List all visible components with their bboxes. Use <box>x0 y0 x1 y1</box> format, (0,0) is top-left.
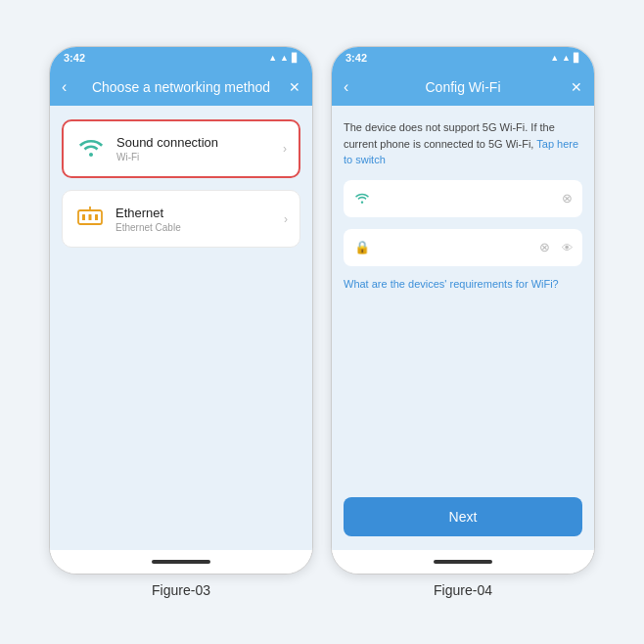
home-indicator-03 <box>50 550 312 574</box>
home-bar-03 <box>152 560 210 564</box>
status-time-03: 3:42 <box>64 52 85 64</box>
password-clear-icon[interactable]: ⊗ <box>539 240 550 254</box>
back-button-04[interactable]: ‹ <box>344 78 348 96</box>
status-icons-03: ▲ ▲ ▊ <box>268 53 299 63</box>
figure-label-04: Figure-04 <box>434 582 492 598</box>
close-button-03[interactable]: ✕ <box>289 79 300 95</box>
ethernet-option-subtitle: Ethernet Cable <box>115 222 274 233</box>
figures-row: 3:42 ▲ ▲ ▊ ‹ Choose a networking method … <box>49 46 595 598</box>
next-button[interactable]: Next <box>344 497 582 536</box>
ethernet-option-title: Ethernet <box>115 206 274 220</box>
header-title-04: Config Wi-Fi <box>425 79 500 95</box>
screen-content-03: Sound connection Wi-Fi › <box>50 106 312 550</box>
ethernet-option-text: Ethernet Ethernet Cable <box>115 206 274 233</box>
wifi-input-row: ⊗ <box>344 180 582 217</box>
wifi-icon <box>75 135 107 162</box>
ethernet-option-card[interactable]: Ethernet Ethernet Cable › <box>62 190 300 248</box>
wifi-option-text: Sound connection Wi-Fi <box>116 135 273 162</box>
lock-icon: 🔒 <box>353 240 371 254</box>
home-indicator-04 <box>332 550 594 574</box>
svg-rect-1 <box>82 214 85 220</box>
wifi-name-input[interactable] <box>379 192 554 206</box>
wifi-requirements-link[interactable]: What are the devices' requirements for W… <box>344 278 582 290</box>
wifi-option-title: Sound connection <box>116 135 273 150</box>
status-bar-03: 3:42 ▲ ▲ ▊ <box>50 47 312 69</box>
ethernet-icon <box>74 205 106 233</box>
ethernet-chevron-icon: › <box>284 212 288 226</box>
password-input-row: 🔒 ⊗ 👁 <box>344 229 582 266</box>
home-bar-04 <box>434 560 492 564</box>
wifi-option-card[interactable]: Sound connection Wi-Fi › <box>62 119 300 178</box>
info-text-main: The device does not support 5G Wi-Fi. If… <box>344 121 555 150</box>
figure-03-wrap: 3:42 ▲ ▲ ▊ ‹ Choose a networking method … <box>49 46 313 598</box>
figure-label-03: Figure-03 <box>152 582 210 598</box>
info-text-04: The device does not support 5G Wi-Fi. If… <box>344 119 582 168</box>
status-bar-04: 3:42 ▲ ▲ ▊ <box>332 47 594 69</box>
figure-04-wrap: 3:42 ▲ ▲ ▊ ‹ Config Wi-Fi ✕ The device d… <box>331 46 595 598</box>
svg-rect-3 <box>95 214 98 220</box>
password-input[interactable] <box>379 241 531 254</box>
status-icons-04: ▲ ▲ ▊ <box>550 53 580 63</box>
phone-figure-03: 3:42 ▲ ▲ ▊ ‹ Choose a networking method … <box>49 46 313 575</box>
battery-icon: ▊ <box>292 53 299 63</box>
wifi-input-icon <box>353 191 371 207</box>
wifi-clear-icon[interactable]: ⊗ <box>562 191 573 206</box>
password-eye-icon[interactable]: 👁 <box>562 242 573 253</box>
wifi-chevron-icon: › <box>283 142 287 156</box>
header-title-03: Choose a networking method <box>92 79 270 95</box>
status-time-04: 3:42 <box>345 52 367 64</box>
wifi-status-icon: ▲ <box>280 53 289 63</box>
wifi-status-icon-04: ▲ <box>562 53 571 63</box>
close-button-04[interactable]: ✕ <box>571 79 582 95</box>
screen-content-04: The device does not support 5G Wi-Fi. If… <box>332 106 594 550</box>
signal-icon: ▲ <box>268 53 277 63</box>
header-bar-03: ‹ Choose a networking method ✕ <box>50 69 312 106</box>
svg-rect-2 <box>89 214 92 220</box>
signal-icon-04: ▲ <box>550 53 559 63</box>
back-button-03[interactable]: ‹ <box>62 78 67 96</box>
header-bar-04: ‹ Config Wi-Fi ✕ <box>332 69 594 106</box>
battery-icon-04: ▊ <box>574 53 580 63</box>
phone-figure-04: 3:42 ▲ ▲ ▊ ‹ Config Wi-Fi ✕ The device d… <box>331 46 595 575</box>
wifi-option-subtitle: Wi-Fi <box>116 152 273 162</box>
